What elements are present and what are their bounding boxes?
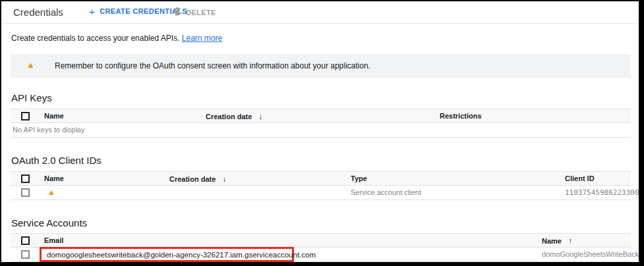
page-title: Credentials [13, 7, 63, 18]
service-account-row[interactable]: domogooglesheetswriteback@golden-agency-… [11, 248, 631, 262]
description-text: Create credentials to access your enable… [11, 34, 179, 43]
api-keys-header-row: Name Creation date↓ Restrictions [11, 109, 631, 123]
select-all-checkbox[interactable] [21, 236, 30, 245]
column-header-restrictions[interactable]: Restrictions [440, 112, 482, 120]
column-header-client-id[interactable]: Client ID [565, 174, 595, 182]
delete-button[interactable]: DELETE [173, 7, 216, 17]
oauth-clients-table: Name Creation date↓ Type Client ID ▲ Ser… [11, 171, 631, 200]
delete-label: DELETE [186, 9, 216, 16]
oauth-client-row[interactable]: ▲ Service account client 110375459862233… [11, 186, 631, 200]
api-keys-empty-message: No API keys to display [13, 126, 84, 134]
oauth-client-id-value: 11037545986223300... [565, 188, 644, 197]
page-description: Create credentials to access your enable… [11, 34, 222, 43]
service-account-name: domoGoogleSheetsWriteBack [542, 250, 639, 258]
learn-more-link[interactable]: Learn more [182, 34, 222, 43]
sort-descending-icon: ↓ [258, 112, 262, 121]
header-divider [1, 23, 639, 24]
service-accounts-table: Email Name↑ domogooglesheetswriteback@go… [11, 233, 631, 262]
red-highlight-box: domogooglesheetswriteback@golden-agency-… [40, 247, 294, 262]
column-header-name[interactable]: Name↑ [542, 236, 572, 246]
create-credentials-button[interactable]: + CREATE CREDENTIALS [89, 7, 187, 15]
service-account-email-link[interactable]: domogooglesheetswriteback@golden-agency-… [47, 251, 316, 259]
oauth-clients-heading: OAuth 2.0 Client IDs [11, 155, 102, 166]
select-all-checkbox[interactable] [21, 112, 30, 120]
credentials-page: Credentials + CREATE CREDENTIALS DELETE … [0, 0, 644, 266]
column-header-email[interactable]: Email [44, 236, 63, 244]
column-header-name[interactable]: Name [44, 174, 64, 182]
service-accounts-header-row: Email Name↑ [11, 233, 631, 248]
column-header-creation-date[interactable]: Creation date↓ [206, 112, 262, 121]
warning-icon: ▲ [47, 188, 55, 197]
oauth-clients-header-row: Name Creation date↓ Type Client ID [11, 171, 631, 186]
service-accounts-heading: Service Accounts [11, 217, 87, 228]
column-header-type[interactable]: Type [351, 174, 367, 182]
oauth-warning-banner: ▲ Remember to configure the OAuth consen… [11, 54, 631, 78]
api-keys-table: Name Creation date↓ Restrictions No API … [11, 109, 631, 138]
api-keys-heading: API Keys [11, 92, 52, 103]
sort-ascending-icon: ↑ [568, 236, 572, 246]
trash-icon [173, 7, 181, 17]
warning-icon: ▲ [26, 61, 35, 70]
column-header-name[interactable]: Name [44, 112, 64, 120]
column-header-creation-date[interactable]: Creation date↓ [169, 174, 226, 184]
oauth-client-type: Service account client [351, 188, 421, 196]
row-checkbox[interactable] [21, 188, 30, 197]
api-keys-empty-row: No API keys to display [11, 123, 631, 138]
select-all-checkbox[interactable] [21, 174, 30, 183]
sort-descending-icon: ↓ [222, 174, 226, 184]
row-checkbox[interactable] [21, 250, 30, 259]
warning-banner-text: Remember to configure the OAuth consent … [55, 61, 370, 70]
plus-icon: + [89, 8, 95, 15]
